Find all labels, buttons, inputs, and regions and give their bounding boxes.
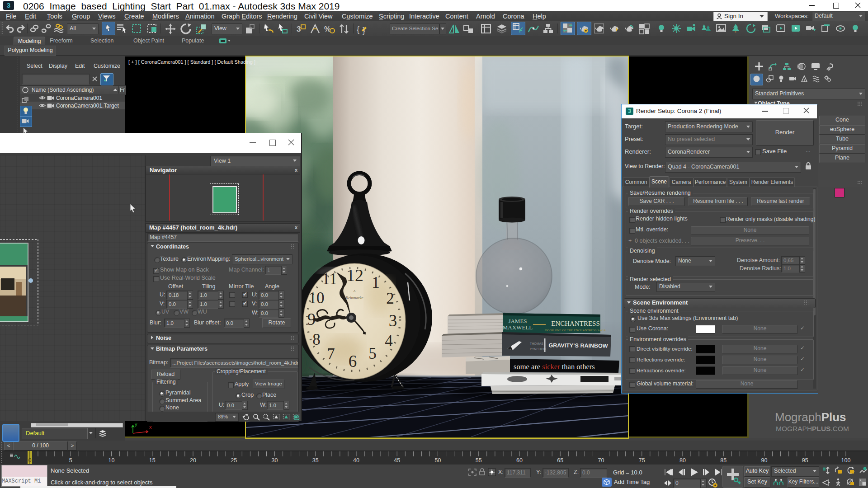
svg-text:50: 50 — [435, 457, 441, 464]
svg-text:70: 70 — [598, 457, 604, 464]
svg-text:x: x — [149, 424, 152, 430]
svg-text:85: 85 — [720, 457, 726, 464]
svg-text:30: 30 — [272, 457, 278, 464]
svg-text:%: % — [324, 25, 330, 33]
svg-text:5: 5 — [69, 457, 72, 464]
svg-text:15: 15 — [149, 457, 156, 464]
svg-text:y: y — [135, 422, 137, 427]
svg-text:25: 25 — [231, 457, 237, 464]
svg-text:75: 75 — [639, 457, 645, 464]
svg-text:{: { — [357, 25, 359, 34]
svg-text:100: 100 — [841, 457, 851, 464]
svg-text:95: 95 — [802, 457, 808, 464]
svg-text:55: 55 — [476, 457, 482, 464]
svg-text:10: 10 — [108, 457, 115, 464]
svg-text:90: 90 — [761, 457, 768, 464]
svg-text:60: 60 — [516, 457, 523, 464]
svg-text:}: } — [363, 26, 365, 35]
svg-text:80: 80 — [679, 457, 686, 464]
svg-text:65: 65 — [557, 457, 563, 464]
svg-text:20: 20 — [190, 457, 196, 464]
svg-text:35: 35 — [312, 457, 319, 464]
svg-text:40: 40 — [353, 457, 359, 464]
svg-text:0: 0 — [28, 457, 32, 464]
svg-text:3: 3 — [297, 25, 301, 33]
svg-text:45: 45 — [394, 457, 400, 464]
